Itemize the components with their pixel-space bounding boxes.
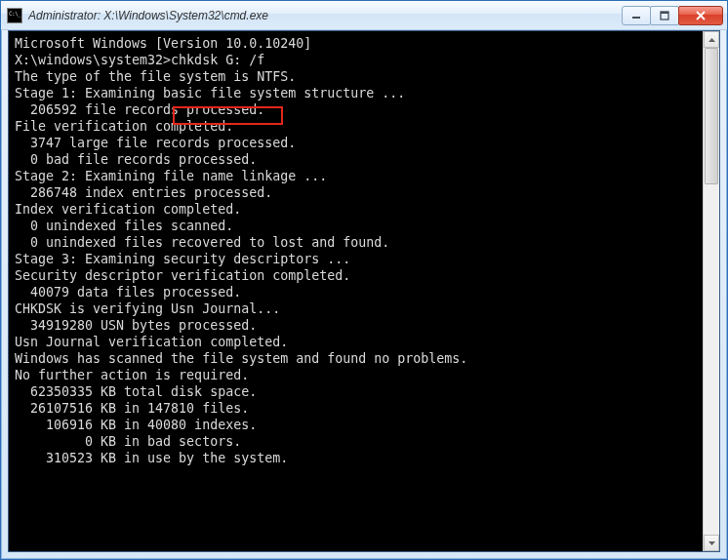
- terminal-line: Stage 3: Examining security descriptors …: [15, 251, 697, 267]
- terminal-line: Stage 1: Examining basic file system str…: [15, 85, 697, 101]
- terminal-line: 206592 file records processed.: [15, 101, 697, 118]
- close-button[interactable]: [678, 6, 723, 25]
- maximize-button[interactable]: [650, 6, 679, 25]
- scroll-up-button[interactable]: [704, 31, 719, 48]
- terminal-line: 3747 large file records processed.: [15, 135, 697, 151]
- terminal-line: 0 KB in bad sectors.: [15, 433, 697, 450]
- chevron-up-icon: [708, 38, 715, 42]
- scrollbar-track[interactable]: [704, 48, 719, 535]
- window-title: Administrator: X:\Windows\System32\cmd.e…: [28, 9, 623, 22]
- vertical-scrollbar[interactable]: [703, 31, 719, 551]
- window-controls: [623, 6, 723, 25]
- terminal-line: 286748 index entries processed.: [15, 184, 697, 201]
- terminal-line: 26107516 KB in 147810 files.: [15, 400, 697, 417]
- terminal-line: 0 unindexed files recovered to lost and …: [15, 234, 697, 251]
- scrollbar-thumb[interactable]: [705, 48, 718, 184]
- terminal-line: File verification completed.: [15, 118, 697, 135]
- terminal-line: Windows has scanned the file system and …: [15, 350, 697, 367]
- terminal-output[interactable]: Microsoft Windows [Version 10.0.10240]X:…: [9, 31, 703, 551]
- svg-rect-2: [661, 12, 668, 14]
- terminal-line: CHKDSK is verifying Usn Journal...: [15, 300, 697, 317]
- terminal-line: 40079 data files processed.: [15, 284, 697, 300]
- terminal-line: Security descriptor verification complet…: [15, 267, 697, 284]
- terminal-line: 62350335 KB total disk space.: [15, 383, 697, 400]
- terminal-line: Stage 2: Examining file name linkage ...: [15, 168, 697, 184]
- client-area: Microsoft Windows [Version 10.0.10240]X:…: [8, 30, 720, 552]
- title-bar[interactable]: Administrator: X:\Windows\System32\cmd.e…: [1, 1, 727, 30]
- terminal-line: X:\windows\system32>chkdsk G: /f: [15, 52, 697, 68]
- chevron-down-icon: [708, 541, 715, 545]
- terminal-line: 0 bad file records processed.: [15, 151, 697, 168]
- terminal-line: Usn Journal verification completed.: [15, 334, 697, 350]
- minimize-button[interactable]: [622, 6, 651, 25]
- minimize-icon: [631, 11, 641, 20]
- cmd-window: Administrator: X:\Windows\System32\cmd.e…: [0, 0, 728, 560]
- close-icon: [695, 11, 707, 20]
- scroll-down-button[interactable]: [704, 535, 719, 551]
- maximize-icon: [660, 11, 669, 20]
- terminal-line: Microsoft Windows [Version 10.0.10240]: [15, 35, 697, 52]
- terminal-line: The type of the file system is NTFS.: [15, 68, 697, 85]
- svg-rect-0: [632, 17, 640, 19]
- terminal-line: 310523 KB in use by the system.: [15, 450, 697, 466]
- terminal-line: Index verification completed.: [15, 201, 697, 218]
- terminal-line: 106916 KB in 40080 indexes.: [15, 417, 697, 433]
- terminal-line: 34919280 USN bytes processed.: [15, 317, 697, 334]
- cmd-icon: [7, 8, 22, 23]
- terminal-line: 0 unindexed files scanned.: [15, 218, 697, 234]
- terminal-line: No further action is required.: [15, 367, 697, 383]
